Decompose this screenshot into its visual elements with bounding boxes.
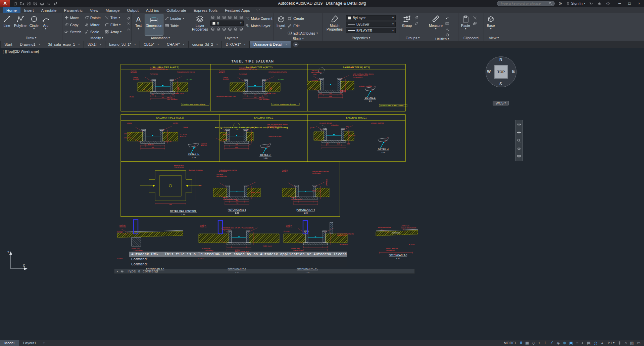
maximize-button[interactable]: □ bbox=[625, 0, 634, 7]
measure-button[interactable]: Measure▾ bbox=[428, 14, 443, 37]
match-layer-button[interactable]: Match Layer bbox=[245, 23, 273, 29]
file-tab-d-kch1-[interactable]: D-KCH1*× bbox=[222, 41, 250, 48]
layer-off-icon[interactable] bbox=[210, 15, 215, 19]
undo-icon[interactable] bbox=[46, 1, 52, 6]
draw-panel-label[interactable]: Draw▾ bbox=[0, 35, 62, 41]
ribbon-tab-manage[interactable]: Manage bbox=[102, 7, 123, 13]
annotation-visibility-icon[interactable]: ◎ bbox=[594, 341, 597, 345]
polyline-button[interactable]: Polyline bbox=[13, 14, 27, 35]
file-tab-cb15-[interactable]: CB15*× bbox=[140, 41, 163, 48]
help-icon[interactable] bbox=[605, 1, 610, 6]
annotation-scale[interactable]: 1:1▾ bbox=[607, 341, 614, 345]
save-icon[interactable] bbox=[26, 1, 32, 6]
sign-in-button[interactable]: Sign In ▾ bbox=[566, 1, 585, 5]
layer-on-icon[interactable] bbox=[233, 15, 238, 19]
ribbon-tab-home[interactable]: Home bbox=[3, 7, 20, 13]
ribbon-tab-featured-apps[interactable]: Featured Apps bbox=[221, 7, 254, 13]
view-panel-label[interactable]: View▾ bbox=[484, 35, 504, 41]
paste-button[interactable]: Paste▾ bbox=[460, 14, 471, 35]
rotate-button[interactable]: Rotate bbox=[85, 14, 105, 21]
quick-calc-icon[interactable] bbox=[445, 21, 450, 26]
annotation-panel-label[interactable]: Annotation▾ bbox=[132, 35, 189, 41]
utilities-panel-label[interactable]: Utilities▾ bbox=[426, 37, 458, 41]
transparency-icon[interactable]: ◐ bbox=[581, 341, 584, 345]
group-button[interactable]: Group bbox=[401, 14, 412, 35]
properties-panel-label[interactable]: Properties▾ bbox=[323, 35, 399, 41]
ribbon-tab-insert[interactable]: Insert bbox=[20, 7, 38, 13]
close-tab-icon[interactable]: × bbox=[285, 43, 287, 46]
arc-button[interactable]: Arc▾ bbox=[41, 14, 51, 35]
layer-walk-icon[interactable] bbox=[210, 27, 215, 31]
layers-panel-label[interactable]: Layers▾ bbox=[189, 35, 274, 41]
close-tab-icon[interactable]: × bbox=[134, 43, 136, 46]
application-menu-button[interactable]: A bbox=[0, 0, 10, 7]
command-line-dock[interactable]: × bbox=[114, 269, 415, 274]
viewcube-west[interactable]: W bbox=[487, 69, 491, 74]
plot-icon[interactable] bbox=[39, 1, 45, 6]
workspace-gear-icon[interactable] bbox=[617, 341, 622, 345]
layout1-tab[interactable]: Layout1 bbox=[19, 340, 41, 346]
array-button[interactable]: Array▾ bbox=[105, 29, 125, 35]
isolate-objects-icon[interactable]: ○ bbox=[625, 341, 627, 345]
app-store-icon[interactable] bbox=[588, 1, 594, 6]
ortho-icon[interactable]: ⊥ bbox=[544, 341, 547, 345]
layer-isolate-icon[interactable] bbox=[216, 15, 221, 19]
object-color-dropdown[interactable]: ByLayer▾ bbox=[346, 15, 396, 20]
customize-icon[interactable] bbox=[120, 270, 124, 273]
id-point-icon[interactable] bbox=[445, 15, 450, 20]
zoom-icon[interactable] bbox=[517, 138, 521, 143]
save-as-icon[interactable] bbox=[32, 1, 38, 6]
mirror-button[interactable]: Mirror bbox=[85, 21, 105, 28]
selection-cycling-icon[interactable]: ▤ bbox=[587, 341, 591, 345]
ribbon-tab-output[interactable]: Output bbox=[123, 7, 142, 13]
osnap-tracking-icon[interactable]: ⊕ bbox=[563, 341, 566, 345]
ungroup-icon[interactable] bbox=[414, 15, 419, 20]
orbit-icon[interactable] bbox=[517, 146, 521, 151]
match-properties-button[interactable]: Match Properties bbox=[325, 14, 344, 35]
file-tab-start[interactable]: Start bbox=[1, 41, 16, 48]
close-tab-icon[interactable]: × bbox=[216, 43, 218, 46]
leader-button[interactable]: Leader▾ bbox=[165, 15, 184, 21]
pan-icon[interactable] bbox=[517, 130, 521, 135]
file-tab-bagno-3d-1-[interactable]: bagno_3d_1*× bbox=[105, 41, 140, 48]
viewcube-north[interactable]: N bbox=[499, 57, 502, 62]
scale-button[interactable]: Scale bbox=[85, 29, 105, 35]
group-edit-icon[interactable] bbox=[414, 21, 419, 26]
create-block-button[interactable]: Create bbox=[288, 15, 318, 21]
redo-icon[interactable] bbox=[52, 1, 58, 6]
ribbon-tab-express-tools[interactable]: Express Tools bbox=[190, 7, 221, 13]
command-input[interactable] bbox=[126, 269, 412, 274]
copy-clip-icon[interactable] bbox=[473, 21, 477, 26]
layer-delete-icon[interactable] bbox=[233, 27, 238, 31]
clean-screen-icon[interactable]: ▭ bbox=[637, 341, 641, 345]
close-tab-icon[interactable]: × bbox=[183, 43, 184, 46]
file-tab-cucina-3d-2[interactable]: cucina_3d_2× bbox=[189, 41, 222, 48]
layer-settings-icon[interactable] bbox=[239, 15, 244, 19]
circle-button[interactable]: Circle▾ bbox=[29, 14, 39, 35]
polar-tracking-icon[interactable]: ∠ bbox=[550, 341, 554, 345]
open-icon[interactable] bbox=[19, 1, 25, 6]
ribbon-tab-annotate[interactable]: Annotate bbox=[37, 7, 60, 13]
minimize-button[interactable]: ─ bbox=[615, 0, 625, 7]
snap-icon[interactable]: ▦ bbox=[525, 341, 529, 345]
ribbon-tab-view[interactable]: View bbox=[86, 7, 102, 13]
modify-panel-label[interactable]: Modify▾ bbox=[62, 35, 131, 41]
new-drawing-tab-button[interactable]: + bbox=[293, 42, 299, 47]
base-view-button[interactable]: Base▾ bbox=[486, 14, 496, 35]
ribbon-tab-collaborate[interactable]: Collaborate bbox=[163, 7, 190, 13]
grid-icon[interactable]: # bbox=[520, 341, 522, 345]
new-layout-button[interactable]: + bbox=[41, 341, 47, 345]
cut-clip-icon[interactable] bbox=[473, 15, 477, 20]
dimension-button[interactable]: Dimension▾ bbox=[145, 14, 163, 35]
showmotion-icon[interactable] bbox=[517, 155, 521, 159]
close-tab-icon[interactable]: × bbox=[100, 43, 101, 46]
close-tab-icon[interactable]: × bbox=[39, 43, 40, 46]
isodraft-icon[interactable]: ◈ bbox=[557, 341, 560, 345]
make-current-button[interactable]: Make Current bbox=[245, 15, 273, 21]
help-search-box[interactable] bbox=[497, 1, 555, 6]
wcs-selector[interactable]: WCS▾ bbox=[493, 101, 509, 105]
file-tab-chair-[interactable]: CHAIR*× bbox=[163, 41, 189, 48]
table-button[interactable]: Table bbox=[165, 23, 184, 29]
autoscale-icon[interactable]: ▲ bbox=[600, 341, 604, 345]
new-drawing-icon[interactable] bbox=[12, 1, 18, 6]
